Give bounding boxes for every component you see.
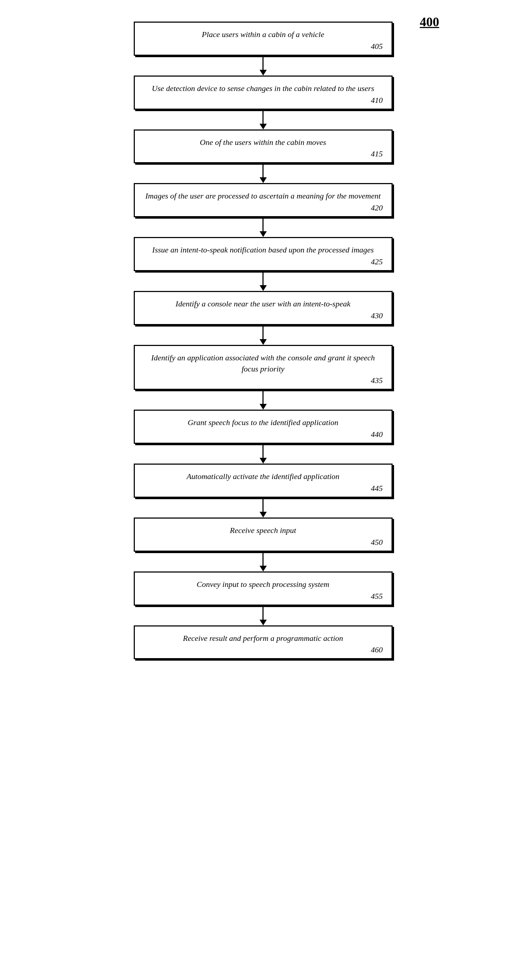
arrow-head xyxy=(260,339,267,345)
arrow-head xyxy=(260,458,267,464)
diagram-label: 400 xyxy=(420,14,439,30)
arrow-head xyxy=(260,620,267,625)
arrow-410 xyxy=(260,110,267,129)
flow-box-number-415: 415 xyxy=(143,149,383,159)
flow-box-number-420: 420 xyxy=(143,203,383,213)
arrow-line xyxy=(262,110,264,124)
flow-box-text-450: Receive speech input xyxy=(143,525,383,536)
flow-box-number-435: 435 xyxy=(143,376,383,385)
diagram-container: 400 Place users within a cabin of a vehi… xyxy=(65,0,461,659)
arrow-435 xyxy=(260,390,267,410)
flow-box-text-460: Receive result and perform a programmati… xyxy=(143,633,383,644)
arrow-head xyxy=(260,566,267,571)
flow-box-text-420: Images of the user are processed to asce… xyxy=(143,191,383,202)
flow-box-405: Place users within a cabin of a vehicle4… xyxy=(134,22,393,56)
flow-box-text-445: Automatically activate the identified ap… xyxy=(143,471,383,482)
flow-box-text-435: Identify an application associated with … xyxy=(143,352,383,375)
flow-box-number-425: 425 xyxy=(143,257,383,266)
arrow-455 xyxy=(260,606,267,625)
flow-box-number-430: 430 xyxy=(143,311,383,320)
flow-box-text-425: Issue an intent-to-speak notification ba… xyxy=(143,245,383,256)
arrow-head xyxy=(260,404,267,410)
flow-box-number-460: 460 xyxy=(143,645,383,654)
flow-box-text-430: Identify a console near the user with an… xyxy=(143,299,383,310)
arrow-line xyxy=(262,390,264,404)
arrow-line xyxy=(262,444,264,458)
flow-box-445: Automatically activate the identified ap… xyxy=(134,464,393,498)
flow-box-text-440: Grant speech focus to the identified app… xyxy=(143,417,383,428)
flow-box-number-450: 450 xyxy=(143,538,383,547)
flow-wrapper: Place users within a cabin of a vehicle4… xyxy=(123,14,404,659)
arrow-head xyxy=(260,70,267,76)
flow-box-number-410: 410 xyxy=(143,95,383,105)
arrow-line xyxy=(262,552,264,566)
arrow-405 xyxy=(260,56,267,76)
arrow-line xyxy=(262,56,264,70)
flow-box-text-410: Use detection device to sense changes in… xyxy=(143,83,383,94)
flow-box-455: Convey input to speech processing system… xyxy=(134,571,393,606)
arrow-line xyxy=(262,325,264,339)
arrow-line xyxy=(262,217,264,231)
arrow-440 xyxy=(260,444,267,464)
flow-box-text-415: One of the users within the cabin moves xyxy=(143,137,383,148)
arrow-line xyxy=(262,163,264,177)
flow-box-number-445: 445 xyxy=(143,484,383,493)
flow-box-number-440: 440 xyxy=(143,430,383,439)
flow-box-text-455: Convey input to speech processing system xyxy=(143,579,383,590)
arrow-head xyxy=(260,177,267,183)
arrow-line xyxy=(262,271,264,285)
flow-box-430: Identify a console near the user with an… xyxy=(134,291,393,325)
arrow-425 xyxy=(260,271,267,291)
flow-box-440: Grant speech focus to the identified app… xyxy=(134,410,393,444)
flow-box-415: One of the users within the cabin moves4… xyxy=(134,129,393,164)
flow-box-number-405: 405 xyxy=(143,42,383,51)
arrow-line xyxy=(262,498,264,512)
flow-box-410: Use detection device to sense changes in… xyxy=(134,76,393,110)
arrow-450 xyxy=(260,552,267,571)
arrow-420 xyxy=(260,217,267,237)
arrow-415 xyxy=(260,163,267,183)
arrow-445 xyxy=(260,498,267,517)
flow-box-435: Identify an application associated with … xyxy=(134,345,393,390)
flow-box-460: Receive result and perform a programmati… xyxy=(134,625,393,660)
arrow-line xyxy=(262,606,264,620)
arrow-head xyxy=(260,512,267,517)
arrow-head xyxy=(260,124,267,129)
flow-box-425: Issue an intent-to-speak notification ba… xyxy=(134,237,393,271)
flow-box-number-455: 455 xyxy=(143,592,383,601)
flow-box-450: Receive speech input450 xyxy=(134,517,393,552)
arrow-head xyxy=(260,285,267,291)
arrow-430 xyxy=(260,325,267,345)
flow-box-text-405: Place users within a cabin of a vehicle xyxy=(143,29,383,40)
arrow-head xyxy=(260,231,267,237)
flow-box-420: Images of the user are processed to asce… xyxy=(134,183,393,217)
